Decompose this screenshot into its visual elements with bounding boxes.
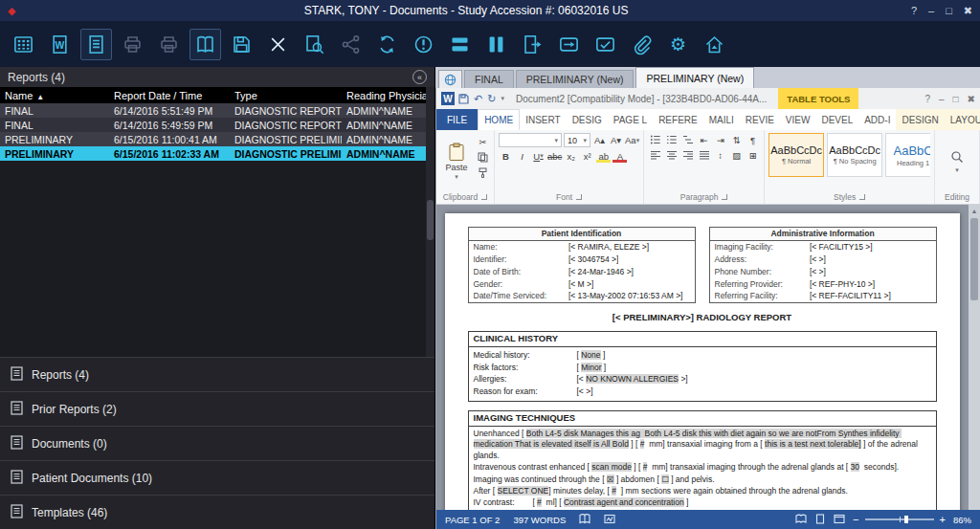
doc-field[interactable]: [< FACILITY15 >] <box>810 241 873 253</box>
save-button[interactable] <box>226 29 257 60</box>
subscript-button[interactable]: x₂ <box>564 149 578 163</box>
doc-field[interactable]: [< 13-May-2002 07:16:53 AM >] <box>568 290 683 302</box>
strikethrough-button[interactable]: abc <box>547 149 562 163</box>
save-icon[interactable] <box>458 94 469 104</box>
borders-button[interactable]: ⊞ <box>746 148 760 162</box>
scrollbar-thumb[interactable] <box>427 200 434 240</box>
doc-field[interactable]: [< M >] <box>568 278 593 291</box>
doc-field-value[interactable]: this is a test next tolerable] <box>765 439 861 449</box>
home-upload-button[interactable] <box>699 29 730 60</box>
zoom-level[interactable]: 86% <box>953 515 971 525</box>
clipboard-dialog-launcher[interactable] <box>481 194 487 200</box>
cut-button[interactable]: ✂ <box>476 135 490 148</box>
tab-view[interactable]: VIEW <box>780 109 816 130</box>
doc-field-value[interactable]: Contrast agent and concentration <box>564 497 684 507</box>
restore-button[interactable]: □ <box>946 5 952 17</box>
doc-field-value[interactable]: scan mode <box>591 462 632 472</box>
scroll-up-icon[interactable]: ▲ <box>971 205 978 216</box>
doc-field-value[interactable]: None <box>581 350 600 360</box>
doc-field[interactable]: [< REF-FACILITY11 >] <box>810 290 891 302</box>
section-patient-documents[interactable]: Patient Documents (10) <box>0 460 434 495</box>
tab-preliminary-2[interactable]: PRELIMINARY (New) <box>635 67 754 88</box>
doc-field-value[interactable]: ☒ <box>607 474 614 484</box>
font-name-combo[interactable]: ▾ <box>499 133 562 147</box>
proofing-icon[interactable] <box>579 514 590 526</box>
bold-button[interactable]: B <box>499 149 513 163</box>
redo-icon[interactable]: ↻ <box>487 93 496 105</box>
forward-button[interactable] <box>553 29 585 60</box>
tab-mailings[interactable]: MAILI <box>703 109 740 130</box>
tab-preliminary-1[interactable]: PRELIMINARY (New) <box>516 70 635 88</box>
copy-button[interactable] <box>476 150 490 164</box>
doc-field-value[interactable]: NO KNOWN ALLERGIES <box>586 374 679 384</box>
doc-field-value[interactable]: 30 <box>851 462 859 472</box>
column-name[interactable]: Name <box>5 90 33 101</box>
report-row[interactable]: PRELIMINARY 6/15/2016 11:00:41 AM DIAGNO… <box>0 132 426 146</box>
bullets-button[interactable] <box>648 133 662 146</box>
document-page[interactable]: Patient Identification Name:[< RAMIRA, E… <box>445 213 960 510</box>
collapse-panel-button[interactable]: « <box>412 70 427 84</box>
align-left-button[interactable] <box>648 148 662 162</box>
editing-button[interactable]: ▾ <box>939 133 975 190</box>
paste-button[interactable]: Paste▾ <box>440 133 473 190</box>
doc-field[interactable]: [< 24-Mar-1946 >] <box>568 266 634 278</box>
decrease-indent-button[interactable]: ⇤ <box>697 133 711 146</box>
page-indicator[interactable]: PAGE 1 OF 2 <box>445 515 500 525</box>
undo-icon[interactable]: ↶ <box>474 93 482 105</box>
shading-button[interactable]: ▨ <box>729 148 744 162</box>
doc-field-value[interactable]: Minor <box>581 363 601 372</box>
style-normal[interactable]: AaBbCcDc¶ Normal <box>768 133 824 177</box>
attachment-button[interactable] <box>626 29 657 60</box>
line-spacing-button[interactable]: ↕ <box>713 148 727 162</box>
style-no-spacing[interactable]: AaBbCcDc¶ No Spacing <box>827 133 882 177</box>
style-heading-1[interactable]: AaBbCHeading 1 <box>885 133 930 177</box>
open-word-button[interactable]: W <box>44 29 76 60</box>
grow-font-button[interactable]: A▴ <box>592 134 607 147</box>
tab-page-layout[interactable]: PAGE L <box>608 109 653 130</box>
print-all-button[interactable] <box>153 29 185 60</box>
contacts-button[interactable] <box>189 29 221 60</box>
underline-button[interactable]: U▾ <box>531 149 546 163</box>
print-layout-icon[interactable] <box>814 514 826 526</box>
tab-table-layout[interactable]: LAYOUT <box>945 109 980 130</box>
split-vertical-button[interactable] <box>480 29 512 60</box>
split-horizontal-button[interactable] <box>444 29 476 60</box>
section-reports[interactable]: Reports (4) <box>0 357 434 391</box>
format-painter-button[interactable] <box>476 165 490 179</box>
tab-addins[interactable]: ADD-I <box>858 109 896 130</box>
table-tools-context-tab[interactable]: TABLE TOOLS <box>778 88 858 109</box>
change-case-button[interactable]: Aa▾ <box>625 134 639 147</box>
styles-dialog-launcher[interactable] <box>859 194 865 200</box>
word-close-button[interactable]: ✖ <box>968 94 975 104</box>
doc-field[interactable]: [< >] <box>810 266 826 278</box>
tab-web-view[interactable] <box>438 70 462 88</box>
print-button[interactable] <box>117 29 148 60</box>
tab-insert[interactable]: INSERT <box>520 109 567 130</box>
superscript-button[interactable]: x² <box>580 149 594 163</box>
zoom-slider-thumb[interactable] <box>904 516 908 523</box>
search-document-button[interactable] <box>299 29 330 60</box>
column-physician[interactable]: Reading Physician <box>342 90 426 101</box>
word-help-button[interactable]: ? <box>924 94 930 104</box>
show-paragraph-marks-button[interactable]: ¶ <box>746 133 760 146</box>
report-row[interactable]: FINAL 6/14/2016 5:51:49 PM DIAGNOSTIC RE… <box>0 103 426 118</box>
increase-indent-button[interactable]: ⇥ <box>713 133 727 146</box>
read-mode-icon[interactable] <box>795 514 807 526</box>
section-templates[interactable]: Templates (46) <box>0 495 434 529</box>
tab-file[interactable]: FILE <box>436 109 478 130</box>
web-layout-icon[interactable] <box>834 514 845 526</box>
reports-scrollbar[interactable] <box>426 87 434 357</box>
scrollbar-thumb[interactable] <box>970 218 978 300</box>
doc-field[interactable]: [< 3046754 >] <box>568 253 618 266</box>
text-highlight-button[interactable]: ab <box>596 149 611 163</box>
qat-dropdown-icon[interactable]: ▾ <box>501 95 504 102</box>
tab-design[interactable]: DESIG <box>567 109 608 130</box>
macro-icon[interactable] <box>604 514 615 526</box>
tab-developer[interactable]: DEVEL <box>815 109 858 130</box>
reports-table-header[interactable]: Name▲ Report Date / Time Type Reading Ph… <box>0 87 426 103</box>
zoom-in-button[interactable]: + <box>940 515 946 525</box>
sort-button[interactable]: ⇅ <box>729 133 744 146</box>
doc-field-value[interactable]: SELECT ONE <box>498 486 549 496</box>
section-documents[interactable]: Documents (0) <box>0 426 434 460</box>
zoom-out-button[interactable]: − <box>853 515 858 525</box>
